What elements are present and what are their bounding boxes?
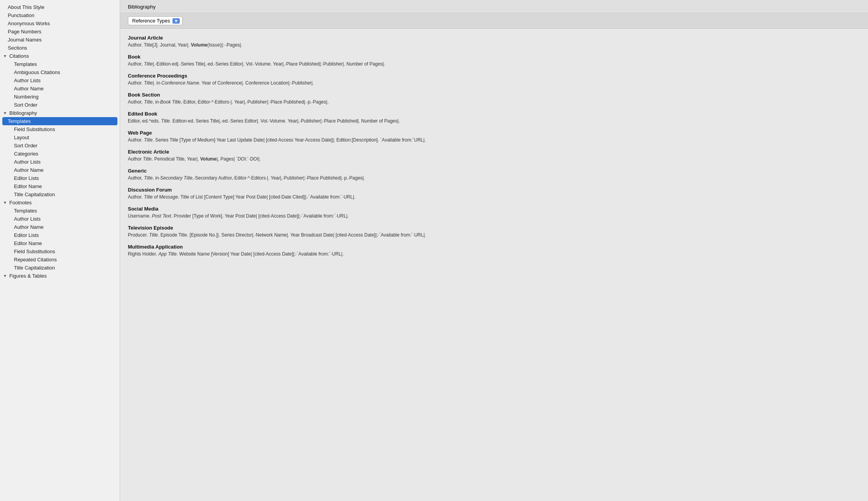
ref-section-electronic-article: Electronic ArticleAuthor Title. Periodic… (128, 149, 860, 162)
ref-type-template: Author Title. Periodical Title, Year|. V… (128, 155, 860, 162)
toolbar: Reference Types ▼ (120, 13, 868, 29)
sidebar-item-footnotes-field-substitutions[interactable]: Field Substitutions (0, 247, 120, 256)
ref-type-template: Author, Title, in·Book Title,·Editor,·Ed… (128, 98, 860, 105)
sidebar-item-journal-names[interactable]: Journal Names (0, 36, 120, 44)
triangle-icon: ▼ (3, 200, 8, 205)
ref-type-name: Social Media (128, 206, 860, 212)
triangle-icon: ▼ (3, 111, 8, 115)
sidebar-item-numbering[interactable]: Numbering (0, 93, 120, 101)
sidebar-item-bib-editor-lists[interactable]: Editor Lists (0, 174, 120, 182)
sidebar-group-label: Figures & Tables (9, 273, 47, 279)
ref-type-name: Book Section (128, 92, 860, 98)
sidebar-item-categories[interactable]: Categories (0, 150, 120, 158)
sidebar-item-citations-templates[interactable]: Templates (0, 60, 120, 68)
sidebar-item-bib-sort-order[interactable]: Sort Order (0, 142, 120, 150)
sidebar-item-title-capitalization[interactable]: Title Capitalization (0, 190, 120, 199)
ref-section-generic: GenericAuthor, Title, in·Secondary Title… (128, 168, 860, 181)
ref-type-name: Web Page (128, 130, 860, 136)
ref-type-name: Television Episode (128, 225, 860, 231)
sidebar-group-citations[interactable]: ▼Citations (0, 52, 120, 60)
sidebar-group-bibliography[interactable]: ▼Bibliography (0, 109, 120, 117)
triangle-icon: ▼ (3, 274, 8, 278)
ref-type-template: Author. Title[J]. Journal, Year|. Volume… (128, 41, 860, 48)
ref-type-template: Username. Post Text. Provider [Type of W… (128, 212, 860, 219)
sidebar-item-layout[interactable]: Layout (0, 133, 120, 142)
sidebar-group-figures-tables[interactable]: ▼Figures & Tables (0, 272, 120, 280)
sidebar-item-bib-author-lists[interactable]: Author Lists (0, 158, 120, 166)
ref-type-template: Author. Title of Message. Title of List … (128, 193, 860, 200)
ref-section-journal-article: Journal ArticleAuthor. Title[J]. Journal… (128, 35, 860, 48)
ref-type-template: Editor,·ed.^eds. Title. Edition·ed. Seri… (128, 117, 860, 124)
ref-type-name: Multimedia Application (128, 244, 860, 250)
ref-type-template: Producer. Title. Episode Title. [Episode… (128, 231, 860, 238)
dropdown-label: Reference Types (132, 18, 170, 24)
sidebar-item-anonymous-works[interactable]: Anonymous Works (0, 19, 120, 28)
sidebar-item-footnotes-author-lists[interactable]: Author Lists (0, 215, 120, 223)
sidebar-group-label: Bibliography (9, 110, 37, 116)
reference-types-dropdown[interactable]: Reference Types ▼ (128, 16, 183, 25)
ref-type-template: Author. Title. Series Title [Type of Med… (128, 136, 860, 143)
main-panel: Bibliography Reference Types ▼ Journal A… (120, 0, 868, 501)
sidebar-item-title-capitalization-2[interactable]: Title Capitalization (0, 264, 120, 272)
ref-type-name: Book (128, 54, 860, 60)
sidebar-item-ambiguous-citations[interactable]: Ambiguous Citations (0, 68, 120, 76)
ref-section-television-episode: Television EpisodeProducer. Title. Episo… (128, 225, 860, 238)
sidebar-group-label: Footnotes (9, 200, 32, 206)
sidebar-item-sort-order[interactable]: Sort Order (0, 101, 120, 109)
triangle-icon: ▼ (3, 54, 8, 58)
ref-type-name: Generic (128, 168, 860, 174)
sidebar-item-citations-author-name[interactable]: Author Name (0, 85, 120, 93)
ref-type-template: Author, Title, in·Secondary Title,·Secon… (128, 174, 860, 181)
ref-section-conference-proceedings: Conference ProceedingsAuthor. Title|. in… (128, 73, 860, 86)
sidebar-item-repeated-citations[interactable]: Repeated Citations (0, 256, 120, 264)
ref-type-template: Author. Title|. in·Conference Name. Year… (128, 79, 860, 86)
sidebar-item-about-this-style[interactable]: About This Style (0, 3, 120, 11)
section-header: Bibliography (120, 0, 868, 13)
sidebar-item-page-numbers[interactable]: Page Numbers (0, 28, 120, 36)
sidebar-item-footnotes-editor-name[interactable]: Editor Name (0, 239, 120, 247)
ref-type-template: Author, Title|.·Edition·ed|.·Series Titl… (128, 60, 860, 67)
sidebar-item-bibliography-templates[interactable]: Templates (2, 117, 117, 125)
sidebar-item-bib-editor-name[interactable]: Editor Name (0, 182, 120, 190)
sidebar-item-bib-author-name[interactable]: Author Name (0, 166, 120, 174)
ref-type-template: Rights Holder. App Title. Website Name [… (128, 250, 860, 257)
sidebar-group-footnotes[interactable]: ▼Footnotes (0, 199, 120, 207)
ref-section-book-section: Book SectionAuthor, Title, in·Book Title… (128, 92, 860, 105)
ref-type-name: Electronic Article (128, 149, 860, 155)
ref-section-edited-book: Edited BookEditor,·ed.^eds. Title. Editi… (128, 111, 860, 124)
ref-type-name: Edited Book (128, 111, 860, 117)
ref-section-book: BookAuthor, Title|.·Edition·ed|.·Series … (128, 54, 860, 67)
ref-section-web-page: Web PageAuthor. Title. Series Title [Typ… (128, 130, 860, 143)
sidebar: About This StylePunctuationAnonymous Wor… (0, 0, 120, 501)
ref-section-social-media: Social MediaUsername. Post Text. Provide… (128, 206, 860, 219)
sidebar-item-citations-author-lists[interactable]: Author Lists (0, 76, 120, 85)
header-title: Bibliography (128, 4, 156, 10)
dropdown-arrow-icon: ▼ (172, 18, 180, 24)
content-area: Journal ArticleAuthor. Title[J]. Journal… (120, 29, 868, 501)
sidebar-item-sections[interactable]: Sections (0, 44, 120, 52)
ref-section-discussion-forum: Discussion ForumAuthor. Title of Message… (128, 187, 860, 200)
sidebar-item-footnotes-editor-lists[interactable]: Editor Lists (0, 231, 120, 239)
ref-type-name: Discussion Forum (128, 187, 860, 193)
ref-type-name: Journal Article (128, 35, 860, 41)
sidebar-group-label: Citations (9, 53, 29, 59)
sidebar-item-field-substitutions[interactable]: Field Substitutions (0, 125, 120, 133)
sidebar-item-footnotes-templates[interactable]: Templates (0, 207, 120, 215)
sidebar-item-punctuation[interactable]: Punctuation (0, 11, 120, 19)
ref-type-name: Conference Proceedings (128, 73, 860, 79)
ref-section-multimedia-application: Multimedia ApplicationRights Holder. App… (128, 244, 860, 257)
sidebar-item-footnotes-author-name[interactable]: Author Name (0, 223, 120, 231)
